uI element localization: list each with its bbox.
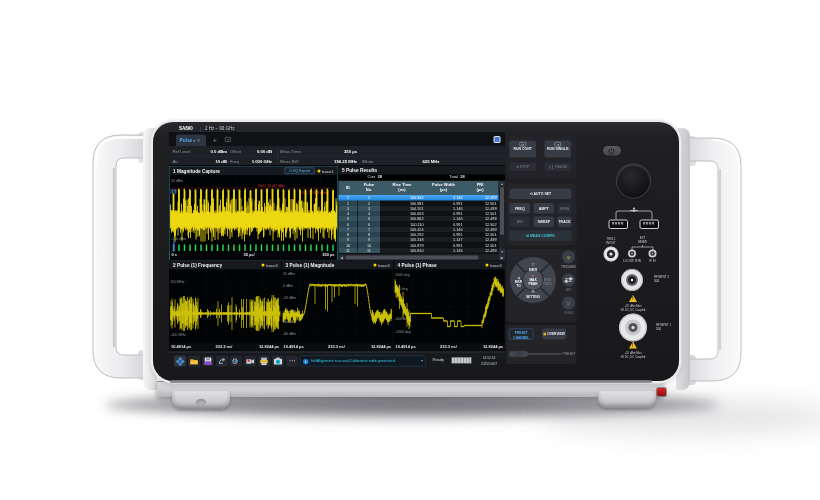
svg-text:-100 dBm: -100 dBm xyxy=(171,237,186,241)
svg-text:0 dBm: 0 dBm xyxy=(283,284,293,288)
svg-text:▼: ▼ xyxy=(531,274,534,278)
svg-text:-300 MHz: -300 MHz xyxy=(171,333,186,337)
svg-text:-80 dBm: -80 dBm xyxy=(283,332,296,336)
svg-text:Ref 1 10.047 dBm: Ref 1 10.047 dBm xyxy=(259,184,285,188)
svg-text:MKR: MKR xyxy=(529,268,538,272)
svg-text:-1000 deg: -1000 deg xyxy=(395,330,411,334)
svg-text:-20 dBm: -20 dBm xyxy=(283,296,296,300)
svg-text:▽: ▽ xyxy=(532,263,535,267)
svg-text:SETTING: SETTING xyxy=(526,295,541,299)
svg-text:300 MHz: 300 MHz xyxy=(171,280,185,284)
svg-text:20 dBm: 20 dBm xyxy=(171,179,183,183)
svg-text:1 T: 1 T xyxy=(172,190,177,194)
svg-text:FUNC: FUNC xyxy=(543,282,553,286)
svg-text:⚙: ⚙ xyxy=(531,289,535,294)
svg-text:1000 deg: 1000 deg xyxy=(395,273,410,277)
svg-text:20 dBm: 20 dBm xyxy=(283,272,295,276)
svg-text:TO: TO xyxy=(516,284,521,288)
svg-text:PEAK: PEAK xyxy=(528,282,538,286)
